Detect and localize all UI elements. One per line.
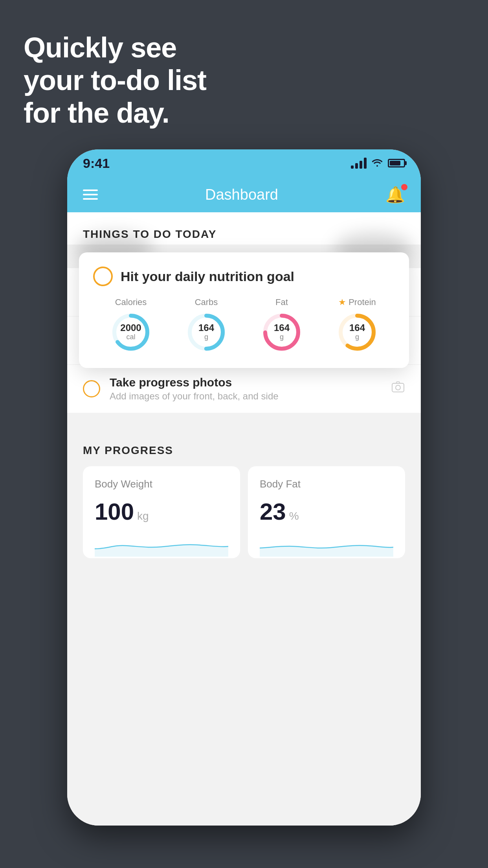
nutrition-card-title: Hit your daily nutrition goal: [121, 269, 294, 284]
carbs-donut: 164 g: [185, 311, 228, 354]
svg-rect-11: [392, 383, 404, 392]
body-weight-chart: [95, 533, 228, 557]
headline-line2: your to-do list: [24, 64, 206, 96]
calories-value: 2000: [120, 323, 141, 333]
nutrition-calories: Calories 2000 cal: [109, 297, 152, 354]
progress-title: MY PROGRESS: [83, 444, 405, 457]
fat-donut: 164 g: [260, 311, 303, 354]
progress-section: MY PROGRESS Body Weight 100 kg: [67, 428, 421, 574]
todo-progress-photos[interactable]: Take progress photos Add images of your …: [67, 365, 421, 413]
headline-line3: for the day.: [24, 97, 169, 129]
nutrition-carbs: Carbs 164 g: [185, 297, 228, 354]
fat-label: Fat: [275, 297, 288, 307]
calories-label: Calories: [115, 297, 147, 307]
nutrition-card-header: Hit your daily nutrition goal: [93, 267, 395, 286]
carbs-value: 164: [198, 323, 214, 333]
battery-icon: [388, 159, 405, 167]
nav-bar: Dashboard 🔔: [67, 177, 421, 212]
body-fat-value-row: 23 %: [260, 498, 393, 525]
app-headline: Quickly see your to-do list for the day.: [24, 31, 206, 129]
menu-button[interactable]: [83, 189, 98, 200]
status-bar: 9:41: [67, 149, 421, 177]
body-fat-unit: %: [289, 510, 299, 522]
signal-icon: [351, 158, 367, 169]
main-content: THINGS TO DO TODAY Hit your daily nutrit…: [67, 212, 421, 826]
headline-line1: Quickly see: [24, 32, 176, 63]
body-fat-label: Body Fat: [260, 478, 393, 490]
status-time: 9:41: [83, 156, 110, 171]
calories-donut: 2000 cal: [109, 311, 152, 354]
photos-check-circle: [83, 380, 100, 397]
body-fat-number: 23: [260, 498, 286, 525]
status-icons: [351, 157, 405, 169]
photos-title: Take progress photos: [110, 376, 382, 389]
protein-value: 164: [349, 323, 365, 333]
protein-label: ★ Protein: [338, 297, 376, 307]
fat-value: 164: [274, 323, 290, 333]
protein-star-icon: ★: [338, 297, 346, 307]
nutrition-protein: ★ Protein 164 g: [336, 297, 379, 354]
body-weight-card[interactable]: Body Weight 100 kg: [83, 466, 240, 558]
body-weight-number: 100: [95, 498, 134, 525]
notification-badge: [401, 184, 407, 190]
progress-cards: Body Weight 100 kg Body Fat 23 %: [83, 466, 405, 558]
notification-button[interactable]: 🔔: [385, 186, 405, 204]
carbs-label: Carbs: [195, 297, 218, 307]
body-fat-card[interactable]: Body Fat 23 %: [248, 466, 405, 558]
protein-donut: 164 g: [336, 311, 379, 354]
body-weight-unit: kg: [137, 510, 149, 522]
nav-title: Dashboard: [205, 186, 278, 203]
body-weight-value-row: 100 kg: [95, 498, 228, 525]
svg-point-12: [396, 385, 400, 390]
photos-subtitle: Add images of your front, back, and side: [110, 391, 382, 402]
wifi-icon: [371, 157, 383, 169]
nutrition-card: Hit your daily nutrition goal Calories: [79, 252, 409, 368]
phone-frame: 9:41 Dashboard 🔔: [67, 149, 421, 826]
nutrition-fat: Fat 164 g: [260, 297, 303, 354]
nutrition-row: Calories 2000 cal: [93, 297, 395, 354]
nutrition-check-circle[interactable]: [93, 267, 113, 286]
body-fat-chart: [260, 533, 393, 557]
photo-icon: [391, 380, 405, 397]
photos-text: Take progress photos Add images of your …: [110, 376, 382, 402]
body-weight-label: Body Weight: [95, 478, 228, 490]
